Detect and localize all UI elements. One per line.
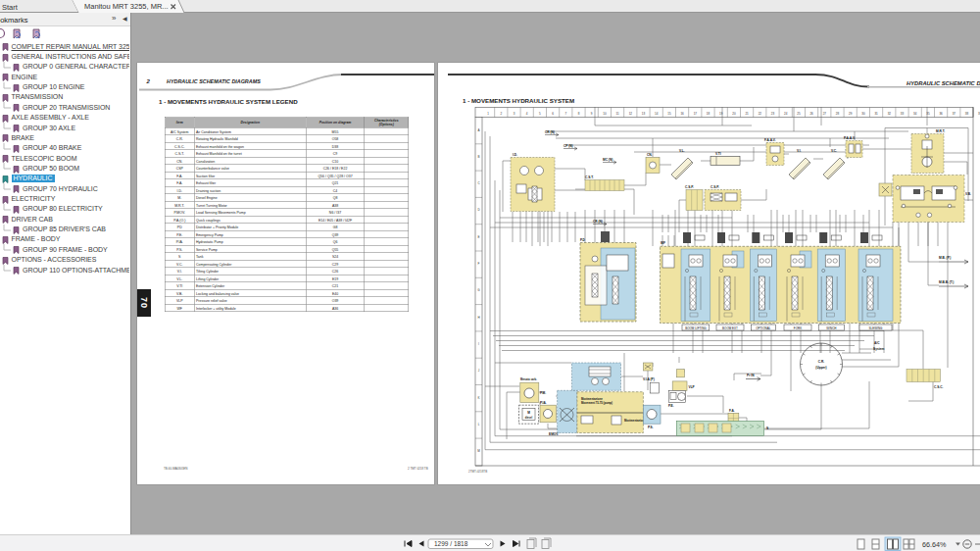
- svg-text:F.A.A.V.: F.A.A.V.: [764, 137, 776, 141]
- svg-text:31: 31: [875, 112, 879, 116]
- svg-text:20: 20: [733, 112, 737, 116]
- svg-text:2: 2: [146, 78, 151, 84]
- svg-text:2TMT-0218TB: 2TMT-0218TB: [468, 470, 487, 474]
- svg-text:1 - MOVEMENTS HYDRAULIC SYSTEM: 1 - MOVEMENTS HYDRAULIC SYSTEM: [463, 97, 574, 104]
- svg-text:V.TI: V.TI: [715, 151, 721, 155]
- svg-text:A: A: [478, 127, 480, 131]
- svg-text:Pr IN: Pr IN: [747, 374, 755, 377]
- svg-text:F: F: [478, 262, 480, 266]
- svg-text:30: 30: [862, 112, 866, 116]
- svg-text:1299 / 1818: 1299 / 1818: [434, 540, 468, 547]
- svg-text:diesel: diesel: [525, 415, 533, 419]
- svg-text:Manitou MRT 3255, MR...: Manitou MRT 3255, MR...: [84, 2, 169, 11]
- svg-text:34: 34: [913, 112, 917, 116]
- svg-text:18: 18: [707, 112, 710, 116]
- svg-text:23: 23: [771, 112, 775, 116]
- svg-text:VLP: VLP: [689, 384, 696, 388]
- svg-text:CP (N): CP (N): [564, 144, 573, 148]
- svg-text:HYDRAULIC SCHEMATIC DIAGRAMS: HYDRAULIC SCHEMATIC DIAGRAMS: [167, 78, 261, 84]
- svg-text:BOOM LIFTING: BOOM LIFTING: [685, 326, 707, 329]
- svg-text:P.M.: P.M.: [540, 391, 546, 395]
- svg-text:P.A.A.V.: P.A.A.V.: [844, 135, 856, 139]
- svg-text:2 TMT 0218 TB: 2 TMT 0218 TB: [408, 467, 428, 471]
- svg-text:FORK: FORK: [794, 326, 802, 329]
- svg-text:HYDRAULIC SCHEMATIC DIA: HYDRAULIC SCHEMATIC DIA: [906, 79, 980, 85]
- svg-text:36: 36: [940, 112, 944, 116]
- svg-text:B: B: [478, 154, 480, 158]
- svg-text:WF: WF: [661, 241, 665, 245]
- svg-text:K: K: [478, 395, 480, 399]
- svg-text:32: 32: [888, 112, 892, 116]
- svg-text:P.S.: P.S.: [648, 426, 654, 429]
- svg-text:CN.: CN.: [647, 152, 653, 156]
- svg-text:SLEWING: SLEWING: [869, 326, 884, 329]
- svg-text:BOOM EXT: BOOM EXT: [722, 326, 738, 329]
- svg-text:24: 24: [784, 112, 788, 116]
- svg-text:CR (N): CR (N): [593, 220, 603, 224]
- svg-text:66.64%: 66.64%: [922, 540, 947, 549]
- svg-text:Movement 75-75 (pump): Movement 75-75 (pump): [581, 401, 612, 405]
- svg-text:29: 29: [849, 112, 853, 116]
- svg-text:I.D.: I.D.: [513, 153, 517, 157]
- svg-text:25: 25: [798, 112, 802, 116]
- svg-text:22: 22: [759, 112, 762, 116]
- svg-text:Mercato carb.: Mercato carb.: [520, 377, 537, 381]
- svg-text:EMOV.: EMOV.: [549, 432, 559, 436]
- svg-text:17: 17: [694, 112, 698, 116]
- svg-text:P.IA.: P.IA.: [540, 400, 547, 404]
- svg-text:21: 21: [746, 112, 750, 116]
- svg-text:P.E.: P.E.: [668, 403, 674, 407]
- svg-text:26: 26: [810, 112, 814, 116]
- svg-text:V.C.: V.C.: [831, 149, 837, 153]
- svg-text:H: H: [478, 315, 480, 319]
- svg-text:V.L.: V.L.: [679, 149, 685, 153]
- svg-text:M.B.B. (T.): M.B.B. (T.): [939, 280, 954, 284]
- svg-text:37: 37: [953, 112, 956, 116]
- svg-text:12: 12: [629, 112, 633, 116]
- svg-text:14: 14: [655, 112, 659, 116]
- svg-text:S: S: [766, 426, 768, 430]
- svg-text:WINCH: WINCH: [827, 326, 837, 329]
- svg-text:Movimentazione: Movimentazione: [624, 419, 646, 423]
- svg-text:15: 15: [668, 112, 672, 116]
- svg-text:16: 16: [681, 112, 685, 116]
- svg-text:M.R.T.: M.R.T.: [936, 129, 945, 133]
- svg-text:10: 10: [604, 112, 608, 116]
- svg-text:E: E: [478, 234, 480, 238]
- svg-text:C.S.C.: C.S.C.: [934, 385, 944, 389]
- svg-text:C.R.: C.R.: [818, 360, 824, 364]
- svg-text:V.I.A (P): V.I.A (P): [643, 377, 655, 381]
- svg-text:28: 28: [836, 112, 840, 116]
- svg-text:V.I.: V.I.: [797, 149, 802, 153]
- svg-text:M.B. (P.): M.B. (P.): [939, 256, 951, 260]
- svg-text:38: 38: [965, 112, 969, 116]
- svg-text:CR (N): CR (N): [545, 130, 555, 134]
- svg-text:OPTIONAL: OPTIONAL: [757, 326, 772, 329]
- svg-text:27: 27: [823, 112, 827, 116]
- svg-text:A/C: A/C: [874, 341, 880, 345]
- svg-text:13: 13: [642, 112, 646, 116]
- svg-text:C.S.P.: C.S.P.: [710, 184, 719, 188]
- svg-text:TB-60-MA0305EN: TB-60-MA0305EN: [164, 467, 188, 471]
- svg-text:V.B.: V.B.: [965, 192, 971, 196]
- svg-text:MC (N): MC (N): [603, 158, 612, 162]
- svg-text:F.A.: F.A.: [729, 408, 735, 412]
- svg-text:System: System: [873, 346, 885, 350]
- svg-text:(Upper): (Upper): [816, 366, 827, 370]
- svg-text:M: M: [527, 411, 530, 415]
- svg-text:C.S.T.: C.S.T.: [585, 175, 594, 178]
- svg-text:C.S.P.: C.S.P.: [685, 184, 694, 188]
- svg-text:1 - MOVEMENTS HYDRAULIC SYSTEM: 1 - MOVEMENTS HYDRAULIC SYSTEM LEGEND: [159, 98, 298, 105]
- svg-text:P.D: P.D: [580, 238, 586, 242]
- svg-text:11: 11: [616, 112, 619, 116]
- svg-text:33: 33: [901, 112, 905, 116]
